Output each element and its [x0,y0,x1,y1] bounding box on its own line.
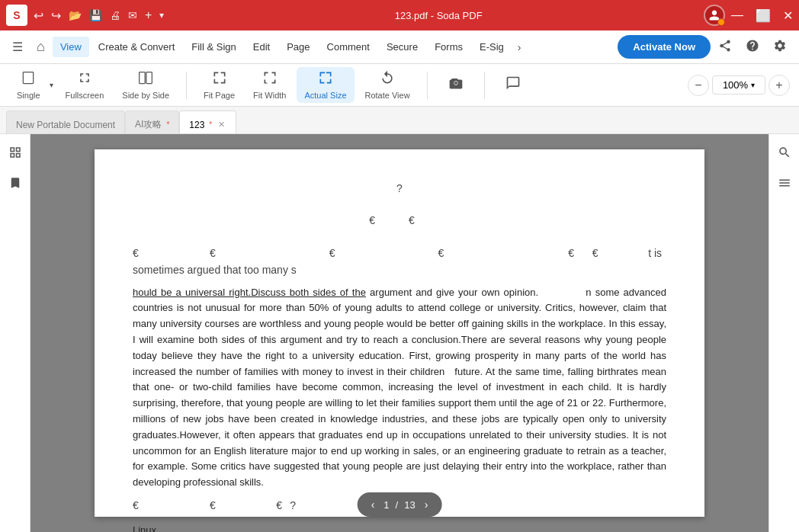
menu-esig[interactable]: E-Sig [472,37,512,57]
bookmark-panel-button[interactable] [3,171,27,195]
footer-text: Linux [133,523,666,532]
window-title: 123.pdf - Soda PDF [173,10,704,21]
garbled-text-2: € € [133,212,666,229]
single-label: Single [17,91,40,100]
tab-close-button[interactable]: ✕ [217,120,226,130]
annotation-button[interactable] [494,72,532,98]
document-page: ? € € € € € € € € t is sometimes argued … [95,149,704,517]
document-text: hould be a universal right.Discuss both … [133,285,666,491]
tab-new-portable-document[interactable]: New Portable Document [6,111,125,133]
side-by-side-label: Side by Side [122,91,169,100]
user-avatar[interactable] [704,5,725,26]
home-button[interactable]: ⌂ [30,34,51,59]
titlebar: S ↩ ↪ 📂 💾 🖨 ✉ + ▾ 123.pdf - Soda PDF — ⬜… [0,0,799,30]
rotate-view-label: Rotate View [365,91,410,100]
rotate-view-icon [380,70,395,89]
panel-toggle-button[interactable] [772,171,797,195]
svg-rect-0 [24,72,34,84]
menu-edit[interactable]: Edit [245,37,278,57]
open-icon[interactable]: 📂 [69,9,82,21]
menubar: ☰ ⌂ View Create & Convert Fill & Sign Ed… [0,30,799,64]
side-by-side-button[interactable]: Side by Side [114,67,177,103]
tab-ai-guide[interactable]: AI攻略 * [125,111,179,133]
toolbar-divider-3 [484,72,485,99]
tab-label: AI攻略 [135,118,162,131]
share-icon[interactable] [712,34,738,60]
actual-size-label: Actual Size [304,91,346,100]
print-icon[interactable]: 🖨 [110,9,120,21]
add-icon[interactable]: + [145,8,152,22]
page-total: 13 [404,499,415,511]
svg-rect-1 [140,72,146,84]
settings-icon[interactable] [767,34,793,60]
single-dropdown[interactable]: ▾ [48,78,55,92]
camera-icon [448,75,464,95]
toolbar-divider-2 [427,72,428,99]
undo-icon[interactable]: ↩ [34,8,43,23]
zoom-dropdown-arrow: ▾ [751,81,755,89]
single-view-group: Single ▾ [9,67,55,103]
minimize-button[interactable]: — [731,8,743,22]
tab-label: 123 [189,120,204,130]
more-icon[interactable]: ▾ [159,10,164,21]
mail-icon[interactable]: ✉ [128,9,137,21]
main-area: ? € € € € € € € € t is sometimes argued … [0,134,799,532]
single-view-button[interactable]: Single [9,67,48,103]
svg-rect-2 [146,72,152,84]
close-button[interactable]: ✕ [783,8,793,23]
page-separator: / [396,499,399,511]
activate-now-button[interactable]: Activate Now [618,35,711,59]
app-logo: S [6,5,27,26]
tab-modified-indicator: * [209,120,212,129]
fit-width-button[interactable]: Fit Width [245,67,294,103]
toolbar-divider-1 [186,72,187,99]
menu-forms[interactable]: Forms [427,37,470,57]
thumbnail-panel-button[interactable] [3,140,27,165]
hamburger-menu[interactable]: ☰ [6,35,29,59]
view-toolbar: Single ▾ Fullscreen Side by Side Fit Pag… [0,64,799,107]
search-panel-button[interactable] [772,140,797,165]
tab-label: New Portable Document [16,120,115,130]
actual-size-button[interactable]: Actual Size [297,67,354,103]
fit-width-icon [262,70,278,89]
fullscreen-label: Fullscreen [66,91,104,100]
menu-comment[interactable]: Comment [319,37,377,57]
menu-more-button[interactable]: › [513,37,526,58]
redo-icon[interactable]: ↪ [51,8,61,23]
prev-page-button[interactable]: ‹ [368,497,378,512]
restore-button[interactable]: ⬜ [756,8,771,23]
menu-view[interactable]: View [53,37,89,57]
document-area[interactable]: ? € € € € € € € € t is sometimes argued … [30,134,769,532]
page-current: 1 [383,499,389,511]
garbled-text-1: ? [133,180,666,197]
tab-modified-indicator: * [166,120,169,129]
title-toolbar: ↩ ↪ 📂 💾 🖨 ✉ + ▾ [34,8,164,23]
fit-page-label: Fit Page [204,91,235,100]
menu-page[interactable]: Page [279,37,317,57]
menu-secure[interactable]: Secure [379,37,425,57]
save-icon[interactable]: 💾 [89,9,102,21]
zoom-in-button[interactable]: + [769,75,790,96]
right-sidebar [769,134,799,532]
tabs-bar: New Portable Document AI攻略 * 123 * ✕ [0,107,799,134]
zoom-out-button[interactable]: − [688,75,709,96]
fit-page-button[interactable]: Fit Page [196,67,242,103]
menu-create-convert[interactable]: Create & Convert [91,37,182,57]
fullscreen-button[interactable]: Fullscreen [58,67,112,103]
tab-123[interactable]: 123 * ✕ [179,111,236,133]
zoom-value-display[interactable]: 100% ▾ [712,75,765,95]
camera-button[interactable] [437,72,475,98]
fullscreen-icon [77,70,92,89]
menu-fill-sign[interactable]: Fill & Sign [184,37,244,57]
garbled-text-3: € € € € € € t is sometimes argued that t… [133,245,666,279]
actual-size-icon [318,70,333,89]
fit-page-icon [212,70,227,89]
rotate-view-button[interactable]: Rotate View [358,67,418,103]
single-icon [21,70,36,89]
page-navigation: ‹ 1 / 13 › [358,492,442,517]
help-icon[interactable] [740,34,765,60]
window-controls: — ⬜ ✕ [731,8,793,23]
next-page-button[interactable]: › [422,497,432,512]
annotation-icon [505,75,521,95]
left-sidebar [0,134,30,532]
